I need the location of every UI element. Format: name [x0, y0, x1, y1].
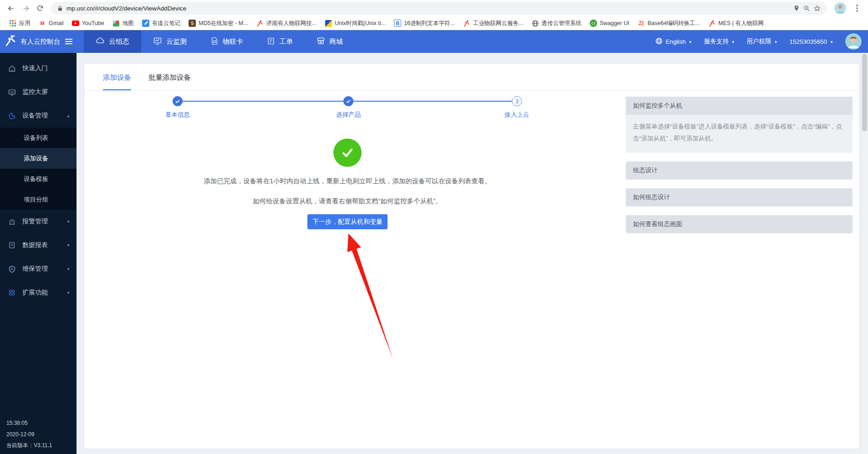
nav-tab-cloud-monitor[interactable]: 云监测 [141, 30, 199, 53]
account-menu[interactable]: 15253035650 ▼ [789, 38, 833, 45]
bookmark-unix-timestamp[interactable]: Unix时间戳(Unix ti... [321, 18, 389, 29]
extensions-grid-icon [7, 289, 16, 296]
cloud-icon [96, 36, 105, 47]
sidebar-item-quick-start[interactable]: 快速入门 [0, 57, 77, 80]
swagger-icon: { } [590, 20, 597, 27]
tab-batch-add-device[interactable]: 批量添加设备 [148, 73, 191, 90]
hex-b-icon: B [394, 20, 401, 27]
content-tabs: 添加设备 批量添加设备 [85, 64, 859, 91]
device-submenu: 设备列表 添加设备 设备模板 项目分组 [0, 128, 77, 210]
pie-chart-icon [7, 112, 16, 120]
bookmark-label: 透传云管理系统 [541, 20, 582, 27]
user-avatar[interactable] [845, 33, 862, 50]
sim-card-icon [210, 37, 219, 46]
bookmark-label: Base64编码转换工... [648, 20, 700, 27]
page-scrollbar[interactable] [861, 53, 868, 454]
sidebar-item-data-report[interactable]: 数据报表 ▼ [0, 233, 77, 257]
bookmark-label: MES | 有人物联网 [718, 20, 764, 27]
refresh-icon[interactable] [34, 2, 46, 15]
browser-menu-icon[interactable] [851, 2, 863, 15]
bookmark-apps[interactable]: 应用 [5, 18, 34, 29]
apps-grid-icon [9, 20, 16, 27]
permission-menu[interactable]: 用户权限 ▼ [747, 37, 778, 46]
nav-tab-mall[interactable]: 商城 [305, 30, 355, 53]
sidebar-item-monitor-screen[interactable]: 监控大屏 [0, 80, 77, 104]
sidebar-item-extensions[interactable]: 扩展功能 ▼ [0, 281, 77, 304]
result-message: 添加已完成，设备将在1小时内自动上线，重新上电则立即上线，添加的设备可以在设备列… [85, 177, 610, 186]
bookmark-usr-jinan[interactable]: 济南有人物联网技... [253, 18, 320, 29]
bookmark-label: 地图 [123, 20, 134, 27]
bookmark-usr-iiot[interactable]: 工业物联网云服务... [460, 18, 527, 29]
bookmark-passthrough-cloud[interactable]: 透传云管理系统 [528, 18, 585, 29]
bookmark-label: MD5在线加密 - M... [199, 20, 248, 27]
location-pin-icon[interactable] [793, 5, 800, 11]
bookmark-youdao[interactable]: 有道云笔记 [138, 18, 184, 29]
sidebar-item-device-template[interactable]: 设备模板 [0, 169, 77, 189]
youdao-note-icon [142, 20, 149, 27]
sidebar-item-project-group[interactable]: 项目分组 [0, 189, 77, 210]
sidebar-item-label: 报警管理 [22, 217, 48, 226]
zoom-out-icon[interactable] [803, 5, 810, 12]
help-box-view-screen: 如何查看组态画面 [626, 215, 853, 233]
base64-icon: Z| [638, 20, 645, 27]
shield-icon [7, 265, 16, 273]
bookmark-md5[interactable]: 5 MD5在线加密 - M... [185, 18, 251, 29]
help-title[interactable]: 如何查看组态画面 [626, 215, 853, 233]
next-step-button[interactable]: 下一步，配置从机和变量 [307, 214, 388, 229]
bookmark-youtube[interactable]: YouTube [68, 18, 108, 28]
sidebar-item-label: 维保管理 [22, 265, 48, 273]
forward-icon[interactable] [19, 2, 32, 15]
support-menu[interactable]: 服务支持 ▼ [704, 37, 735, 46]
sidebar-item-label: 监控大屏 [22, 88, 48, 96]
browser-toolbar: mp.usr.cn/#/cloudV2/device/ViewAddDevice [0, 0, 868, 16]
bookmark-base64[interactable]: Z| Base64编码转换工... [634, 18, 704, 29]
bookmark-swagger[interactable]: { } Swagger UI [586, 18, 633, 28]
account-label: 15253035650 [789, 38, 827, 45]
help-title[interactable]: 组态设计 [626, 161, 853, 180]
nav-tab-cloud-scada[interactable]: 云组态 [84, 30, 141, 53]
globe-icon [655, 37, 663, 46]
brand: 有人云控制台 [0, 30, 77, 53]
chevron-down-icon: ▼ [66, 220, 70, 224]
bookmark-star-icon[interactable] [814, 5, 821, 12]
runner-icon [463, 20, 470, 27]
chevron-up-icon: ▲ [66, 114, 70, 118]
sidebar-item-add-device[interactable]: 添加设备 [0, 148, 77, 169]
tab-add-device[interactable]: 添加设备 [103, 73, 131, 90]
nav-tabs: 云组态 云监测 物联卡 工单 商城 [84, 30, 355, 53]
language-label: English [665, 38, 685, 45]
nav-tab-iot-card[interactable]: 物联卡 [199, 30, 255, 53]
hamburger-icon[interactable] [65, 39, 72, 44]
nav-tab-label: 商城 [329, 37, 343, 46]
help-box-scada-design: 组态设计 [626, 161, 853, 180]
address-bar[interactable]: mp.usr.cn/#/cloudV2/device/ViewAddDevice [51, 2, 827, 15]
bookmark-mes[interactable]: MES | 有人物联网 [705, 18, 767, 29]
sidebar-item-maintenance[interactable]: 维保管理 ▼ [0, 257, 77, 281]
chevron-down-icon: ▼ [689, 40, 692, 44]
storefront-icon [317, 36, 325, 46]
home-icon [7, 65, 16, 72]
sidebar-item-device-list[interactable]: 设备列表 [0, 128, 77, 148]
monitor-chart-icon [153, 36, 162, 47]
bookmark-gmail[interactable]: M Gmail [35, 18, 67, 28]
bookmarks-bar: 应用 M Gmail YouTube 地图 有道云笔记 5 MD5在线加密 - … [0, 16, 868, 30]
bookmark-maps[interactable]: 地图 [109, 18, 138, 29]
browser-profile-avatar[interactable] [834, 2, 846, 14]
sidebar-item-device-management[interactable]: 设备管理 ▲ [0, 104, 77, 128]
sidebar-item-label: 数据报表 [22, 241, 48, 249]
bookmark-label: 16进制到文本字符... [404, 20, 455, 27]
help-title[interactable]: 如何组态设计 [626, 188, 853, 206]
globe-dark-icon [531, 20, 539, 27]
nav-tab-label: 云组态 [109, 37, 129, 46]
gmail-icon: M [39, 20, 46, 27]
main-content: 添加设备 批量添加设备 3 基本信息 选择产品 接入上云 添加已完成，设备将在1… [77, 53, 861, 454]
chevron-down-icon: ▼ [66, 243, 70, 248]
bookmark-hex-converter[interactable]: B 16进制到文本字符... [390, 18, 459, 29]
help-title[interactable]: 如何监控多个从机 [626, 97, 853, 115]
language-selector[interactable]: English ▼ [655, 37, 692, 46]
scrollbar-thumb[interactable] [862, 54, 867, 131]
back-icon[interactable] [5, 2, 17, 15]
sidebar-item-alarm-management[interactable]: 报警管理 ▼ [0, 210, 77, 233]
nav-tab-work-order[interactable]: 工单 [255, 30, 305, 53]
lock-icon [57, 5, 63, 11]
